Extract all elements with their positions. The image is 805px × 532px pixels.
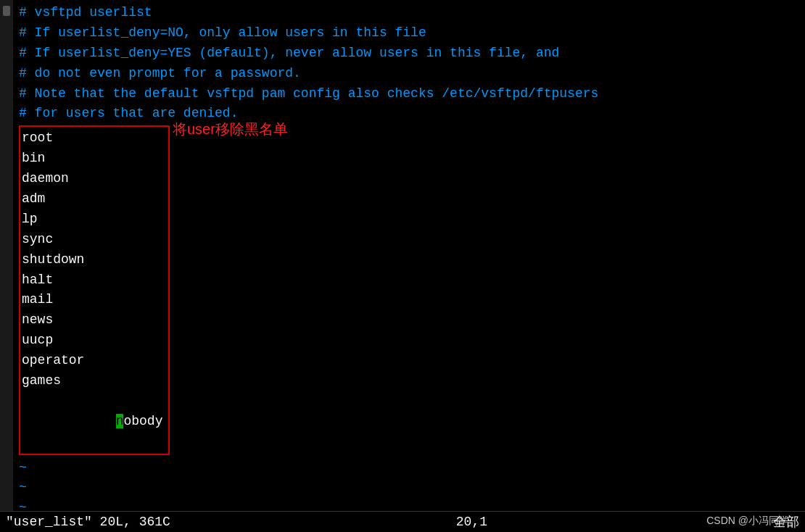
text-area[interactable]: # vsftpd userlist # If userlist_deny=NO,… xyxy=(13,0,805,511)
comment-line-2: # If userlist_deny=NO, only allow users … xyxy=(19,23,799,43)
watermark: CSDN @小冯同学。 xyxy=(706,515,799,528)
tilde-2: ~ xyxy=(19,478,799,498)
user-lp: lp xyxy=(22,209,162,230)
nobody-highlight: n xyxy=(116,414,124,428)
user-operator: operator xyxy=(22,351,162,371)
user-news: news xyxy=(22,310,162,331)
annotation-text: 将user移除黑名单 xyxy=(173,120,288,139)
comment-line-1: # vsftpd userlist xyxy=(19,3,799,23)
comment-line-5: # Note that the default vsftpd pam confi… xyxy=(19,84,799,104)
user-root: root xyxy=(22,128,162,149)
line-gutter xyxy=(0,0,13,511)
status-filename: "user_list" 20L, 361C xyxy=(6,515,170,529)
comment-line-6: # for users that are denied. xyxy=(19,104,799,124)
user-nobody: nobody xyxy=(22,391,162,452)
users-block: root bin daemon adm lp sync shutdown hal… xyxy=(19,125,170,454)
editor-container: # vsftpd userlist # If userlist_deny=NO,… xyxy=(0,0,805,532)
user-halt: halt xyxy=(22,270,162,291)
user-shutdown: shutdown xyxy=(22,250,162,270)
user-uucp: uucp xyxy=(22,331,162,351)
status-bar: "user_list" 20L, 361C 20,1 全部 xyxy=(0,511,805,532)
user-sync: sync xyxy=(22,230,162,250)
user-games: games xyxy=(22,371,162,391)
content-area: # vsftpd userlist # If userlist_deny=NO,… xyxy=(0,0,805,511)
tilde-1: ~ xyxy=(19,458,799,478)
comment-line-4: # do not even prompt for a password. xyxy=(19,64,799,84)
comment-line-3: # If userlist_deny=YES (default), never … xyxy=(19,43,799,64)
user-adm: adm xyxy=(22,189,162,209)
user-mail: mail xyxy=(22,290,162,310)
scroll-indicator[interactable] xyxy=(3,6,10,16)
status-position: 20,1 xyxy=(456,515,487,529)
user-daemon: daemon xyxy=(22,169,162,189)
tilde-3: ~ xyxy=(19,498,799,511)
user-bin: bin xyxy=(22,149,162,169)
